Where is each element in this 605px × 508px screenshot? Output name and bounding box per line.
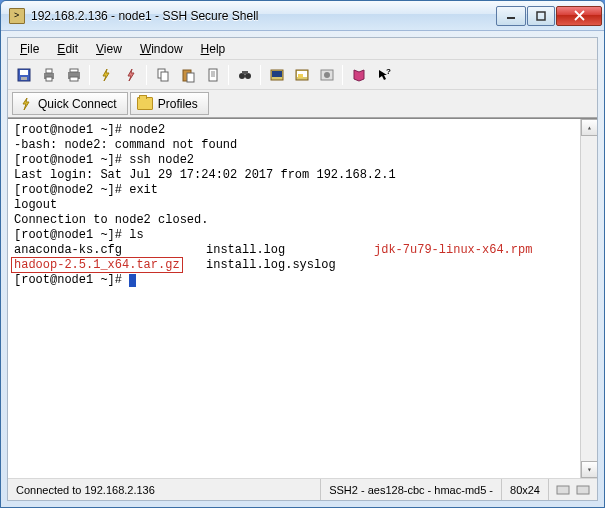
new-ftp-button[interactable] [290,63,313,86]
scroll-up-button[interactable]: ▴ [581,119,597,136]
separator [146,65,147,85]
disconnect-button[interactable] [119,63,142,86]
minimize-icon [506,11,516,21]
separator [260,65,261,85]
menu-window[interactable]: Window [132,40,191,58]
terminal-line: logout [14,198,591,213]
print-button[interactable] [37,63,60,86]
window-controls [496,6,602,26]
minimize-button[interactable] [496,6,526,26]
menu-help[interactable]: Help [193,40,234,58]
arrow-help-icon: ? [376,67,392,83]
statusbar: Connected to 192.168.2.136 SSH2 - aes128… [8,478,597,500]
separator [228,65,229,85]
folder-window-icon [294,67,310,83]
status-connection: Connected to 192.168.2.136 [8,479,321,500]
svg-point-30 [324,72,330,78]
gear-icon [319,67,335,83]
svg-rect-32 [557,486,569,494]
print-icon [41,67,57,83]
terminal-line: [root@node2 ~]# exit [14,183,591,198]
terminal-line: anaconda-ks.cfginstall.logjdk-7u79-linux… [14,243,591,258]
paste-icon [180,67,196,83]
svg-rect-17 [209,69,217,81]
copy-icon [155,67,171,83]
status-cipher: SSH2 - aes128-cbc - hmac-md5 - [321,479,502,500]
svg-rect-14 [161,72,168,81]
save-icon [16,67,32,83]
print-big-icon [66,67,82,83]
svg-rect-6 [21,77,27,80]
window-title: 192.168.2.136 - node1 - SSH Secure Shell [31,9,496,23]
binoculars-icon [237,67,253,83]
status-size: 80x24 [502,479,549,500]
menu-file[interactable]: File [12,40,47,58]
svg-rect-5 [20,70,28,75]
terminal[interactable]: [root@node1 ~]# node2 -bash: node2: comm… [8,118,597,478]
titlebar[interactable]: 192.168.2.136 - node1 - SSH Secure Shell [1,1,604,31]
app-window: 192.168.2.136 - node1 - SSH Secure Shell… [0,0,605,508]
vertical-scrollbar[interactable]: ▴ ▾ [580,119,597,478]
terminal-line: [root@node1 ~]# node2 [14,123,591,138]
terminal-line: [root@node1 ~]# ls [14,228,591,243]
terminal-line: Connection to node2 closed. [14,213,591,228]
terminal-icon [269,67,285,83]
svg-text:?: ? [386,67,391,76]
svg-rect-16 [187,73,194,82]
new-terminal-button[interactable] [265,63,288,86]
menubar: File Edit View Window Help [8,38,597,60]
cursor [129,274,136,287]
svg-rect-33 [577,486,589,494]
book-icon [351,67,367,83]
folder-icon [137,97,153,110]
main-toolbar: ? [8,60,597,90]
menu-view[interactable]: View [88,40,130,58]
svg-rect-8 [46,69,52,73]
maximize-icon [536,11,546,21]
svg-rect-28 [298,74,303,78]
separator [89,65,90,85]
svg-rect-1 [537,12,545,20]
svg-rect-11 [70,69,78,72]
quick-connect-button[interactable]: Quick Connect [12,92,128,115]
terminal-prompt: [root@node1 ~]# [14,273,591,288]
find-button[interactable] [233,63,256,86]
print-big-button[interactable] [62,63,85,86]
close-icon [574,10,585,21]
app-icon [9,8,25,24]
disconnect-icon [123,67,139,83]
terminal-line: Last login: Sat Jul 29 17:24:02 2017 fro… [14,168,591,183]
paste-button[interactable] [176,63,199,86]
separator [342,65,343,85]
lightning-small-icon [19,97,33,111]
terminal-line: -bash: node2: command not found [14,138,591,153]
highlighted-file: hadoop-2.5.1_x64.tar.gz [11,257,183,273]
menu-edit[interactable]: Edit [49,40,86,58]
profiles-button[interactable]: Profiles [130,92,209,115]
page-icon [205,67,221,83]
scroll-down-button[interactable]: ▾ [581,461,597,478]
close-button[interactable] [556,6,602,26]
svg-rect-12 [70,77,78,81]
help-book-button[interactable] [347,63,370,86]
status-icons [549,482,597,498]
copy-button[interactable] [151,63,174,86]
connect-button[interactable] [94,63,117,86]
terminal-line: hadoop-2.5.1_x64.tar.gzinstall.log.syslo… [14,258,591,273]
cut-button[interactable] [201,63,224,86]
maximize-button[interactable] [527,6,555,26]
svg-rect-23 [242,71,248,74]
save-button[interactable] [12,63,35,86]
quick-connect-label: Quick Connect [38,97,117,111]
terminal-line: [root@node1 ~]# ssh node2 [14,153,591,168]
status-icon-2 [575,482,591,498]
lightning-icon [98,67,114,83]
connect-toolbar: Quick Connect Profiles [8,90,597,118]
svg-rect-25 [272,71,282,77]
settings-button[interactable] [315,63,338,86]
whatsthis-button[interactable]: ? [372,63,395,86]
client-area: File Edit View Window Help [7,37,598,501]
status-icon-1 [555,482,571,498]
svg-rect-9 [46,77,52,81]
profiles-label: Profiles [158,97,198,111]
